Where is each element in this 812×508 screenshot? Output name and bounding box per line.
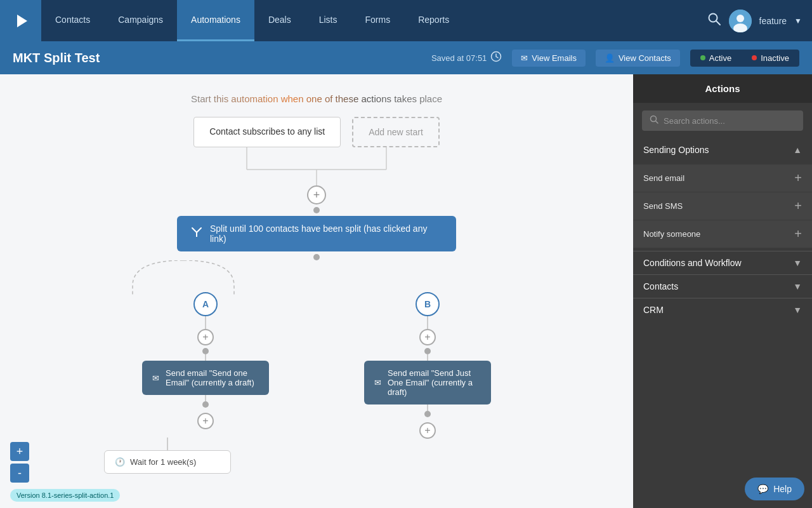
view-contacts-button[interactable]: 👤 View Contacts — [596, 50, 680, 67]
dot-b-2 — [424, 411, 431, 417]
status-buttons: Active Inactive — [690, 50, 799, 67]
nav-deals[interactable]: Deals — [254, 0, 305, 41]
contacts-section: Contacts ▼ — [633, 274, 812, 298]
nav-right: feature ▼ — [707, 10, 802, 32]
conn-b-1 — [427, 316, 428, 329]
crm-section: CRM ▼ — [633, 298, 812, 321]
help-button[interactable]: 💬 Help — [745, 478, 804, 500]
save-label: Saved at 07:51 — [431, 53, 487, 63]
zoom-controls: + - — [10, 442, 29, 483]
active-button[interactable]: Active — [690, 50, 742, 67]
crm-header[interactable]: CRM ▼ — [633, 298, 812, 321]
add-new-start[interactable]: Add new start — [352, 117, 440, 147]
wait-block[interactable]: 🕐 Wait for 1 week(s) — [104, 450, 231, 474]
search-box — [642, 110, 803, 131]
wait-label: Wait for 1 week(s) — [130, 457, 196, 467]
panel-footer: 💬 Help — [633, 321, 812, 508]
send-sms-item[interactable]: Send SMS + — [633, 192, 812, 220]
nav-contacts[interactable]: Contacts — [41, 0, 104, 41]
zoom-out-button[interactable]: - — [10, 464, 29, 483]
email-block-a[interactable]: ✉ Send email "Send one Email" (currently… — [142, 361, 269, 395]
subheader: MKT Split Test Saved at 07:51 ✉ View Ema… — [0, 41, 812, 74]
view-emails-button[interactable]: ✉ View Emails — [512, 50, 586, 67]
sending-options-title: Sending Options — [643, 145, 709, 155]
username-label[interactable]: feature — [759, 16, 787, 26]
sending-options-section: Sending Options ▲ Send email + Send SMS … — [633, 138, 812, 251]
email-icon: ✉ — [521, 53, 528, 63]
crm-title: CRM — [643, 305, 664, 315]
history-icon[interactable] — [490, 51, 502, 65]
nav-campaigns[interactable]: Campaigns — [104, 0, 177, 41]
svg-line-2 — [716, 21, 720, 25]
split-label: Split until 100 contacts have been split… — [210, 224, 443, 244]
email-label-b: Send email "Send Just One Email" (curren… — [388, 368, 481, 397]
email-block-b[interactable]: ✉ Send email "Send Just One Email" (curr… — [364, 361, 491, 404]
inactive-dot — [752, 55, 757, 60]
add-branch-a-button[interactable]: + — [197, 329, 214, 345]
add-icon: + — [794, 171, 802, 185]
branch-b-col: B + ✉ Send email "Send Just One Email" (… — [317, 260, 539, 439]
chevron-down-icon-crm: ▼ — [793, 305, 802, 315]
svg-marker-0 — [17, 15, 27, 27]
conn-a-3 — [205, 395, 206, 401]
nav-items: Contacts Campaigns Automations Deals Lis… — [41, 0, 707, 41]
zoom-in-button[interactable]: + — [10, 442, 29, 461]
svg-point-4 — [737, 15, 744, 22]
save-info: Saved at 07:51 — [431, 51, 502, 65]
version-badge: Version 8.1-series-split-action.1 — [10, 489, 120, 502]
contacts-icon: 👤 — [605, 53, 615, 63]
svg-line-14 — [656, 121, 658, 124]
clock-icon: 🕐 — [115, 457, 125, 467]
conn-a-2 — [205, 354, 206, 361]
main-layout: Start this automation when one of these … — [0, 74, 812, 508]
inactive-button[interactable]: Inactive — [742, 50, 799, 67]
chevron-down-icon-conditions: ▼ — [793, 258, 802, 268]
add-step-button[interactable]: + — [307, 185, 326, 204]
trigger-subscribe[interactable]: Contact subscribes to any list — [193, 117, 341, 147]
nav-reports[interactable]: Reports — [404, 0, 463, 41]
add-icon-sms: + — [794, 199, 802, 213]
connector-dot-1 — [313, 207, 320, 213]
chat-icon: 💬 — [757, 484, 768, 494]
conditions-section: Conditions and Workflow ▼ — [633, 251, 812, 274]
email-label-a: Send email "Send one Email" (currently a… — [166, 368, 259, 387]
send-email-label: Send email — [643, 173, 684, 183]
nav-automations[interactable]: Automations — [177, 0, 254, 41]
notify-someone-item[interactable]: Notify someone + — [633, 220, 812, 248]
conditions-header[interactable]: Conditions and Workflow ▼ — [633, 251, 812, 274]
wait-block-area: 🕐 Wait for 1 week(s) — [104, 438, 231, 474]
add-branch-a-button-2[interactable]: + — [197, 413, 214, 429]
branches-section: A + ✉ Send email "Send one Email" (curre… — [95, 260, 539, 439]
conn-b-3 — [427, 404, 428, 411]
panel-header: Actions — [633, 74, 812, 103]
send-email-item[interactable]: Send email + — [633, 164, 812, 192]
avatar — [729, 10, 752, 32]
contacts-header[interactable]: Contacts ▼ — [633, 275, 812, 298]
dot-a-2 — [202, 401, 209, 408]
automation-title: MKT Split Test — [13, 51, 421, 65]
dot-a — [202, 348, 209, 354]
notify-someone-label: Notify someone — [643, 229, 700, 239]
conn-wait — [167, 438, 168, 450]
sending-options-header[interactable]: Sending Options ▲ — [633, 138, 812, 161]
nav-forms[interactable]: Forms — [351, 0, 405, 41]
chevron-down-icon-contacts: ▼ — [793, 281, 802, 291]
nav-logo[interactable] — [0, 0, 41, 41]
active-dot — [700, 55, 705, 60]
split-icon — [190, 225, 204, 243]
canvas: Start this automation when one of these … — [0, 74, 633, 508]
add-branch-b-button-2[interactable]: + — [419, 422, 436, 439]
connector-dot-2 — [313, 254, 320, 260]
right-panel: Actions Sending Options ▲ Send em — [633, 74, 812, 508]
nav-lists[interactable]: Lists — [305, 0, 351, 41]
conditions-title: Conditions and Workflow — [643, 258, 742, 268]
chevron-down-icon: ▼ — [794, 17, 802, 25]
search-icon[interactable] — [707, 12, 721, 29]
add-icon-notify: + — [794, 227, 802, 241]
conn-b-2 — [427, 354, 428, 361]
split-block[interactable]: Split until 100 contacts have been split… — [177, 216, 456, 251]
canvas-inner: Start this automation when one of these … — [0, 74, 633, 508]
branch-b-circle: B — [416, 292, 440, 316]
search-input[interactable] — [664, 116, 796, 126]
add-branch-b-button[interactable]: + — [419, 329, 436, 345]
